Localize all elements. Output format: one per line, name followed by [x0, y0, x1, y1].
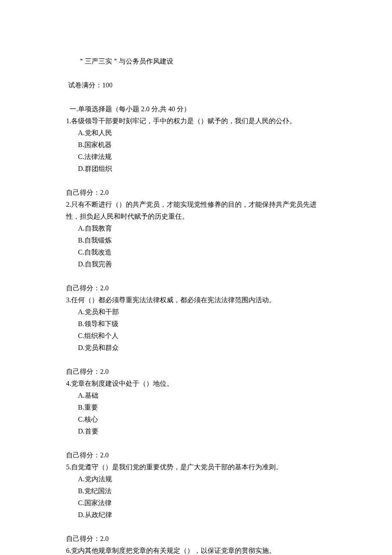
option-b: B.国家机器	[78, 139, 326, 151]
option-d: D.首要	[78, 425, 326, 437]
option-c: C.国家法律	[78, 497, 326, 509]
question-1: 1.各级领导干部要时刻牢记，手中的权力是（）赋予的，我们是人民的公仆。 A.党和…	[66, 115, 326, 175]
option-b: B.自我锻炼	[78, 234, 326, 246]
question-options: A.基础 B.重要 C.核心 D.首要	[66, 390, 326, 437]
score-label: 自己得分：2.0	[66, 449, 326, 461]
question-2: 2.只有不断进行（）的共产党员，才能实现党性修养的目的，才能保持共产党员先进性，…	[66, 199, 326, 270]
option-c: C.自我改造	[78, 246, 326, 258]
option-c: C.组织和个人	[78, 330, 326, 342]
option-a: A.基础	[78, 390, 326, 402]
question-3: 3.任何（）都必须尊重宪法法律权威，都必须在宪法法律范围内活动。 A.党员和干部…	[66, 294, 326, 354]
question-text: 5.自觉遵守（）是我们党的重要优势，是广大党员干部的基本行为准则。	[66, 461, 326, 473]
option-b: B.领导和下级	[78, 318, 326, 330]
option-a: A.自我教育	[78, 223, 326, 234]
option-a: A.党内法规	[78, 473, 326, 485]
question-text: 2.只有不断进行（）的共产党员，才能实现党性修养的目的，才能保持共产党员先进性，…	[66, 199, 326, 223]
question-4: 4.党章在制度建设中处于（）地位。 A.基础 B.重要 C.核心 D.首要	[66, 378, 326, 437]
question-options: A.党和人民 B.国家机器 C.法律法规 D.群团组织	[66, 127, 326, 175]
question-5: 5.自觉遵守（）是我们党的重要优势，是广大党员干部的基本行为准则。 A.党内法规…	[66, 461, 326, 521]
option-c: C.核心	[78, 413, 326, 425]
question-options: A.党员和干部 B.领导和下级 C.组织和个人 D.党员和群众	[66, 306, 326, 354]
option-c: C.法律法规	[78, 151, 326, 163]
score-label: 自己得分：2.0	[66, 282, 326, 294]
option-d: D.党员和群众	[78, 342, 326, 354]
score-label: 自己得分：2.0	[66, 187, 326, 199]
option-d: D.从政纪律	[78, 509, 326, 521]
question-text: 6.党内其他规章制度把党章的有关规定（），以保证党章的贯彻实施。	[66, 545, 326, 555]
question-text: 4.党章在制度建设中处于（）地位。	[66, 378, 326, 390]
full-score-label: 试卷满分：100	[66, 79, 326, 91]
question-options: A.党内法规 B.党纪国法 C.国家法律 D.从政纪律	[66, 473, 326, 521]
option-b: B.重要	[78, 402, 326, 413]
question-6: 6.党内其他规章制度把党章的有关规定（），以保证党章的贯彻实施。 A.民主化	[66, 545, 326, 555]
option-a: A.党和人民	[78, 127, 326, 139]
score-label: 自己得分：2.0	[66, 366, 326, 378]
question-text: 3.任何（）都必须尊重宪法法律权威，都必须在宪法法律范围内活动。	[66, 294, 326, 306]
option-d: D.自我完善	[78, 258, 326, 270]
question-text: 1.各级领导干部要时刻牢记，手中的权力是（）赋予的，我们是人民的公仆。	[66, 115, 326, 127]
document-title: ＂三严三实＂与公务员作风建设	[66, 55, 326, 67]
section-heading: 一.单项选择题（每小题 2.0 分,共 40 分）	[66, 103, 326, 115]
score-label: 自己得分：2.0	[66, 533, 326, 545]
question-options: A.自我教育 B.自我锻炼 C.自我改造 D.自我完善	[66, 223, 326, 270]
option-d: D.群团组织	[78, 163, 326, 175]
option-b: B.党纪国法	[78, 485, 326, 497]
option-a: A.党员和干部	[78, 306, 326, 318]
